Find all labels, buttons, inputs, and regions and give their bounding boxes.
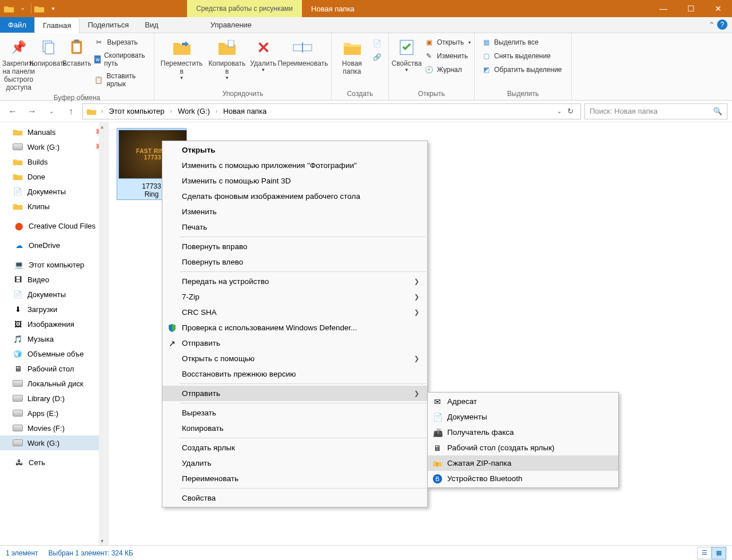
deselect-button[interactable]: ▢Снять выделение — [480, 50, 563, 62]
copy-path-button[interactable]: wСкопировать путь — [93, 50, 148, 69]
menu-rename[interactable]: Переименовать — [162, 471, 427, 486]
new-folder-button[interactable]: Новая папка — [335, 35, 369, 77]
refresh-button[interactable]: ↻ — [564, 107, 577, 115]
up-button[interactable]: ↑ — [63, 103, 79, 119]
nav-item-local-disk[interactable]: Локальный диск — [0, 376, 108, 391]
qat-properties-icon[interactable]: ▫ — [17, 3, 29, 14]
qat-dropdown-icon[interactable]: ▼ — [47, 3, 59, 14]
copy-button[interactable]: Копировать — [34, 35, 62, 69]
btn-label: Свойства — [392, 59, 422, 67]
submenu-zip[interactable]: Сжатая ZIP-папка — [428, 455, 618, 471]
nav-item-builds[interactable]: Builds — [0, 154, 108, 169]
menu-edit-photos[interactable]: Изменить с помощью приложения "Фотографи… — [162, 158, 427, 173]
select-all-button[interactable]: ▦Выделить все — [480, 37, 563, 48]
invert-selection-button[interactable]: ◩Обратить выделение — [480, 64, 563, 75]
menu-rotate-right[interactable]: Повернуть вправо — [162, 239, 427, 254]
address-dropdown-icon[interactable]: ⌄ — [557, 108, 562, 114]
menu-share[interactable]: ↗Отправить — [162, 335, 427, 351]
close-button[interactable]: ✕ — [705, 0, 732, 17]
tab-view[interactable]: Вид — [137, 17, 166, 33]
easy-access-button[interactable]: 🔗 — [371, 51, 383, 63]
nav-item-music[interactable]: 🎵Музыка — [0, 331, 108, 346]
nav-item-documents[interactable]: 📄Документы — [0, 184, 108, 199]
menu-create-shortcut[interactable]: Создать ярлык — [162, 440, 427, 455]
nav-item-work[interactable]: Work (G:) — [0, 139, 108, 154]
menu-set-wallpaper[interactable]: Сделать фоновым изображением рабочего ст… — [162, 189, 427, 204]
tab-share[interactable]: Поделиться — [79, 17, 137, 33]
search-input[interactable]: Поиск: Новая папка 🔍 — [584, 103, 727, 119]
move-to-button[interactable]: Переместить в▼ — [158, 35, 205, 82]
tab-manage[interactable]: Управление — [198, 17, 264, 33]
view-details-button[interactable]: ☰ — [697, 547, 712, 559]
breadcrumb[interactable]: Новая папка — [222, 107, 268, 115]
nav-item-images[interactable]: 🖼Изображения — [0, 317, 108, 331]
nav-item-onedrive[interactable]: ☁OneDrive — [0, 238, 108, 253]
history-button[interactable]: 🕘Журнал — [423, 64, 472, 75]
nav-scrollbar[interactable] — [99, 122, 108, 545]
edit-button[interactable]: ✎Изменить — [423, 50, 472, 62]
qat-folder-icon[interactable] — [34, 3, 45, 14]
menu-open-with[interactable]: Открыть с помощью❯ — [162, 351, 427, 366]
tab-file[interactable]: Файл — [0, 17, 34, 33]
nav-item-downloads[interactable]: ⬇Загрузки — [0, 302, 108, 317]
copy-to-button[interactable]: Копировать в▼ — [205, 35, 249, 82]
minimize-button[interactable]: — — [650, 0, 677, 17]
new-item-button[interactable]: 📄 — [371, 38, 383, 49]
recent-button[interactable]: ⌄ — [43, 103, 59, 119]
folder-icon — [86, 107, 97, 115]
menu-cut[interactable]: Вырезать — [162, 405, 427, 421]
menu-open[interactable]: Открыть — [162, 142, 427, 158]
submenu-documents[interactable]: 📄Документы — [428, 409, 618, 425]
menu-rotate-left[interactable]: Повернуть влево — [162, 254, 427, 270]
collapse-ribbon-button[interactable]: ⌃ — [709, 21, 715, 29]
cut-button[interactable]: ✂Вырезать — [93, 37, 148, 48]
menu-defender[interactable]: Проверка с использованием Windows Defend… — [162, 320, 427, 335]
back-button[interactable]: ← — [5, 103, 21, 119]
properties-button[interactable]: Свойства▼ — [392, 35, 421, 74]
nav-item-docs[interactable]: 📄Документы — [0, 287, 108, 302]
submenu-recipient[interactable]: ✉Адресат — [428, 394, 618, 409]
nav-item-clips[interactable]: Клипы — [0, 199, 108, 214]
breadcrumb[interactable]: Work (G:) — [177, 107, 211, 115]
menu-restore-version[interactable]: Восстановить прежнюю версию — [162, 366, 427, 382]
menu-send-to[interactable]: Отправить❯ — [162, 386, 427, 401]
menu-delete[interactable]: Удалить — [162, 455, 427, 471]
nav-item-video[interactable]: 🎞Видео — [0, 272, 108, 287]
shield-icon — [167, 323, 177, 333]
nav-item-done[interactable]: Done — [0, 169, 108, 184]
breadcrumb[interactable]: Этот компьютер — [108, 107, 165, 115]
menu-7zip[interactable]: 7-Zip❯ — [162, 289, 427, 305]
nav-item-library-d[interactable]: Library (D:) — [0, 391, 108, 406]
nav-item-this-pc[interactable]: 💻Этот компьютер — [0, 257, 108, 272]
open-button[interactable]: ▣Открыть▾ — [423, 37, 472, 48]
nav-item-creative-cloud[interactable]: ⬤Creative Cloud Files — [0, 218, 108, 233]
rename-button[interactable]: Переименовать — [278, 35, 328, 69]
help-button[interactable]: ? — [717, 19, 727, 30]
nav-item-work-g[interactable]: Work (G:) — [0, 435, 108, 450]
nav-item-movies-f[interactable]: Movies (F:) — [0, 421, 108, 435]
submenu-fax[interactable]: 📠Получатель факса — [428, 425, 618, 440]
submenu-desktop-shortcut[interactable]: 🖥Рабочий стол (создать ярлык) — [428, 440, 618, 455]
tab-home[interactable]: Главная — [34, 17, 79, 33]
forward-button[interactable]: → — [24, 103, 40, 119]
nav-item-manuals[interactable]: Manuals — [0, 125, 108, 139]
maximize-button[interactable]: ☐ — [677, 0, 705, 17]
view-icons-button[interactable]: ▦ — [711, 547, 726, 559]
paste-shortcut-button[interactable]: 📋Вставить ярлык — [93, 71, 148, 89]
nav-item-3d-objects[interactable]: 🧊Объемные объе — [0, 346, 108, 361]
menu-crc-sha[interactable]: CRC SHA❯ — [162, 305, 427, 320]
nav-item-apps-e[interactable]: Apps (E:) — [0, 406, 108, 421]
address-bar[interactable]: › Этот компьютер › Work (G:) › Новая пап… — [82, 103, 581, 119]
nav-item-desktop[interactable]: 🖥Рабочий стол — [0, 361, 108, 376]
menu-properties[interactable]: Свойства — [162, 490, 427, 506]
menu-edit-paint3d[interactable]: Изменить с помощью Paint 3D — [162, 173, 427, 189]
paste-button[interactable]: Вставить — [62, 35, 91, 69]
menu-print[interactable]: Печать — [162, 219, 427, 235]
delete-button[interactable]: ✕ Удалить▼ — [249, 35, 278, 74]
nav-item-network[interactable]: 🖧Сеть — [0, 455, 108, 470]
submenu-bluetooth[interactable]: BУстройство Bluetooth — [428, 471, 618, 486]
menu-copy[interactable]: Копировать — [162, 421, 427, 436]
picture-tools-tab[interactable]: Средства работы с рисунками — [187, 0, 302, 17]
menu-cast[interactable]: Передать на устройство❯ — [162, 274, 427, 289]
menu-edit[interactable]: Изменить — [162, 204, 427, 219]
